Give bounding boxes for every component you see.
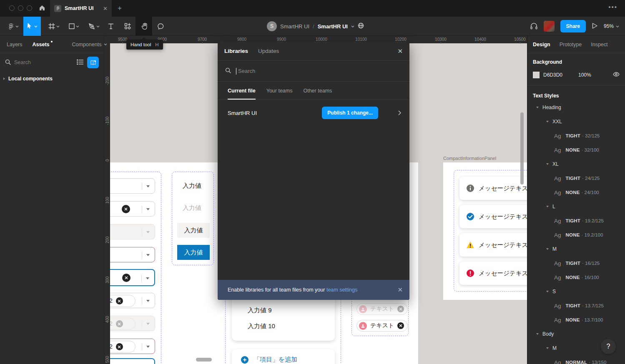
- canvas-vertical-scrollbar[interactable]: [520, 112, 524, 184]
- select-error[interactable]: [110, 247, 155, 262]
- style-group-row[interactable]: XL: [527, 157, 625, 171]
- eye-icon[interactable]: [613, 72, 620, 78]
- modal-tab-updates[interactable]: Updates: [258, 48, 279, 54]
- style-group-row[interactable]: Heading: [527, 100, 625, 115]
- select-arrow-icon[interactable]: [146, 300, 150, 302]
- clear-icon[interactable]: [122, 274, 131, 282]
- multiselect-error[interactable]: 値 2: [110, 339, 155, 354]
- local-components-section[interactable]: Local components: [0, 72, 104, 86]
- hand-tool-button[interactable]: [136, 17, 152, 36]
- collapse-arrow-icon[interactable]: [546, 291, 549, 292]
- text-style-row[interactable]: AgTIGHT· 19.2/125: [527, 214, 625, 228]
- new-tab-button[interactable]: +: [118, 4, 122, 12]
- select-default[interactable]: [110, 178, 155, 194]
- breadcrumb-team[interactable]: SmartHR UI: [280, 23, 309, 30]
- collapse-arrow-icon[interactable]: [546, 248, 549, 250]
- library-view-button[interactable]: [87, 57, 99, 68]
- overflow-menu-icon[interactable]: •••: [608, 3, 617, 10]
- chevron-right-icon[interactable]: [398, 110, 401, 115]
- text-style-row[interactable]: AgTIGHT· 16/125: [527, 256, 625, 270]
- tab-components[interactable]: Components: [72, 42, 108, 47]
- dropdown-item[interactable]: 入力値 10: [248, 322, 275, 330]
- pen-tool-button[interactable]: [84, 17, 103, 36]
- team-settings-link[interactable]: team settings: [326, 287, 357, 293]
- home-button[interactable]: [34, 0, 50, 17]
- tab-assets[interactable]: Assets: [33, 42, 50, 47]
- window-zoom-button[interactable]: [27, 5, 32, 11]
- tab-inspect[interactable]: Inspect: [591, 42, 607, 47]
- collapse-arrow-icon[interactable]: [546, 121, 549, 122]
- text-style-row[interactable]: AgNONE· 16/100: [527, 270, 625, 284]
- window-minimize-button[interactable]: [18, 5, 23, 11]
- text-style-row[interactable]: AgNONE· 13.7/100: [527, 313, 625, 327]
- modal-close-icon[interactable]: ✕: [397, 47, 403, 55]
- color-hex-value[interactable]: D6D3D0: [543, 72, 570, 78]
- multiselect-filled[interactable]: 値 2: [110, 293, 155, 308]
- tab-prototype[interactable]: Prototype: [560, 42, 582, 47]
- multiselect-focused[interactable]: [110, 358, 155, 364]
- collapse-arrow-icon[interactable]: [546, 163, 549, 165]
- text-style-row[interactable]: AgNONE· 19.2/100: [527, 228, 625, 242]
- text-style-row[interactable]: AgNONE· 24/100: [527, 185, 625, 199]
- comment-tool-button[interactable]: [153, 17, 168, 36]
- resources-tool-button[interactable]: [120, 17, 135, 36]
- headphones-icon[interactable]: [530, 22, 538, 31]
- zoom-control[interactable]: 95%: [604, 23, 619, 29]
- tab-design[interactable]: Design: [533, 42, 550, 47]
- main-menu-button[interactable]: [4, 17, 23, 36]
- tab-current-file[interactable]: Current file: [228, 82, 256, 100]
- modal-search-input[interactable]: Search: [238, 68, 255, 74]
- color-swatch[interactable]: [533, 72, 540, 78]
- search-input[interactable]: Search: [14, 60, 73, 65]
- collapse-arrow-icon[interactable]: [546, 347, 549, 349]
- chevron-down-icon[interactable]: [351, 25, 354, 27]
- tab-close-icon[interactable]: ✕: [103, 5, 108, 12]
- compact-information-panel-frame[interactable]: メッセージテキス メッセージテキス メッセージテキス メッセージテキス: [443, 162, 527, 300]
- select-arrow-icon[interactable]: [146, 254, 150, 256]
- select-arrow-icon[interactable]: [146, 208, 150, 210]
- style-group-row[interactable]: XXL: [527, 115, 625, 129]
- select-arrow-icon[interactable]: [146, 346, 150, 348]
- color-opacity-value[interactable]: 100%: [578, 72, 613, 78]
- text-style-row[interactable]: AgTIGHT· 24/125: [527, 171, 625, 185]
- text-style-row[interactable]: AgTIGHT· 13.7/125: [527, 299, 625, 313]
- collapse-arrow-icon[interactable]: [536, 333, 539, 335]
- style-group-row[interactable]: L: [527, 199, 625, 214]
- option-hover[interactable]: 入力値: [177, 223, 210, 238]
- option-selected[interactable]: 入力値: [177, 245, 210, 260]
- publish-button[interactable]: Publish 1 change...: [322, 107, 378, 119]
- select-focused[interactable]: [110, 269, 155, 286]
- select-filled[interactable]: [110, 201, 155, 217]
- shape-tool-button[interactable]: [65, 17, 83, 36]
- select-arrow-icon[interactable]: [146, 277, 149, 279]
- text-tool-button[interactable]: [103, 17, 118, 36]
- tab-your-teams[interactable]: Your teams: [266, 82, 293, 100]
- text-style-row[interactable]: AgNONE· 32/100: [527, 143, 625, 157]
- text-style-row[interactable]: AgTIGHT· 32/125: [527, 129, 625, 143]
- list-view-icon[interactable]: [77, 59, 84, 66]
- style-group-row[interactable]: S: [527, 284, 625, 299]
- chip-clear-icon[interactable]: [397, 322, 404, 329]
- modal-tab-libraries[interactable]: Libraries: [224, 48, 248, 54]
- collapse-arrow-icon[interactable]: [536, 107, 539, 108]
- breadcrumb-file-name[interactable]: SmartHR UI: [318, 23, 348, 30]
- window-close-button[interactable]: [9, 5, 15, 11]
- tab-other-teams[interactable]: Other teams: [303, 82, 332, 100]
- tab-layers[interactable]: Layers: [7, 42, 23, 47]
- tag-chip-default[interactable]: テキスト: [356, 320, 408, 332]
- frame-tool-button[interactable]: [44, 17, 63, 36]
- move-tool-button[interactable]: [23, 17, 41, 36]
- select-arrow-icon[interactable]: [146, 185, 150, 187]
- collapse-arrow-icon[interactable]: [546, 206, 549, 207]
- add-item-button[interactable]: 「項目」を追加: [232, 349, 335, 364]
- help-button[interactable]: ?: [601, 339, 616, 354]
- clear-icon[interactable]: [122, 205, 130, 213]
- library-row[interactable]: SmartHR UI Publish 1 change...: [218, 100, 409, 126]
- text-style-row[interactable]: AgNORMAL· 13/150: [527, 355, 625, 364]
- chip-clear-icon[interactable]: [116, 343, 123, 350]
- share-button[interactable]: Share: [560, 20, 586, 32]
- banner-close-icon[interactable]: ✕: [397, 286, 403, 294]
- file-tab[interactable]: SmartHR UI ✕: [50, 0, 112, 17]
- style-group-row[interactable]: M: [527, 242, 625, 256]
- user-avatar[interactable]: [544, 21, 555, 32]
